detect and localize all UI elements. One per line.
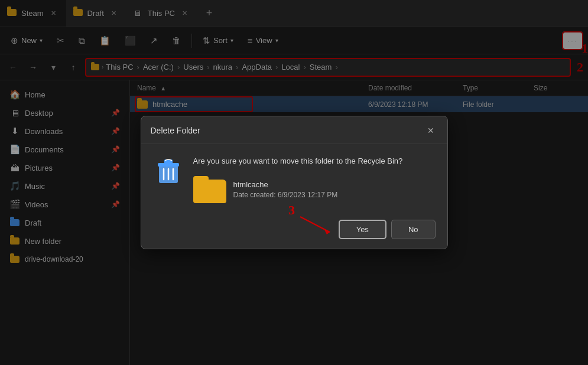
dialog-body: Are you sure you want to move this folde…	[141, 144, 447, 213]
dialog-no-button[interactable]: No	[391, 220, 436, 239]
dialog-folder-info: htmlcache Date created: 6/9/2023 12:17 P…	[233, 180, 338, 199]
svg-text:3: 3	[288, 204, 295, 217]
annotation-3-container: 3 Yes	[339, 220, 386, 239]
dialog-overlay: Delete Folder ✕ Are you sure you want	[0, 0, 588, 365]
date-label: Date created:	[233, 191, 276, 199]
dialog-folder-icon	[193, 176, 226, 203]
dialog-message: Are you sure you want to move this folde…	[193, 156, 436, 167]
delete-dialog: Delete Folder ✕ Are you sure you want	[141, 116, 448, 249]
dialog-close-button[interactable]: ✕	[424, 123, 438, 138]
dialog-yes-button[interactable]: Yes	[339, 220, 386, 239]
dialog-folder-date: Date created: 6/9/2023 12:17 PM	[233, 191, 338, 199]
dialog-content: Are you sure you want to move this folde…	[193, 156, 436, 203]
dialog-folder-name: htmlcache	[233, 180, 338, 189]
dialog-title-bar: Delete Folder ✕	[141, 116, 447, 144]
annotation-arrow-3: 3	[285, 204, 345, 239]
dialog-title: Delete Folder	[151, 126, 200, 135]
date-value: 6/9/2023 12:17 PM	[278, 191, 337, 199]
dialog-folder-row: htmlcache Date created: 6/9/2023 12:17 P…	[193, 176, 436, 203]
recycle-bin-icon	[153, 156, 184, 187]
dialog-footer: 3 Yes No	[141, 213, 447, 249]
